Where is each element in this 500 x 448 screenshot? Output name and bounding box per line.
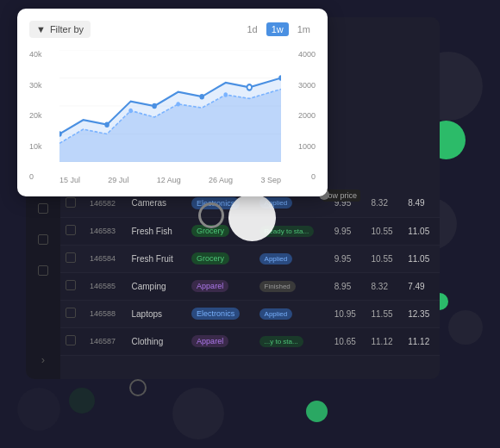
- row-price1: 8.95: [329, 272, 366, 300]
- row-price1: 9.95: [329, 217, 366, 245]
- deco-bubble-white: [228, 194, 276, 241]
- row-price2: 11.12: [366, 327, 403, 355]
- row-checkbox[interactable]: [60, 245, 84, 272]
- deco-bubble-11: [172, 388, 224, 439]
- row-category: Grocery: [186, 245, 253, 272]
- y-axis-right: 4000 3000 2000 1000 0: [281, 47, 316, 184]
- table-row: 146587 Clothing Apparel ...y to sta... 1…: [60, 327, 440, 355]
- y-right-0: 0: [281, 172, 316, 181]
- deco-bubble-green-3: [306, 401, 328, 422]
- row-name: Camping: [127, 272, 187, 300]
- x-label-4: 3 Sep: [260, 176, 281, 184]
- row-price1: 10.65: [329, 327, 366, 355]
- x-label-0: 15 Jul: [59, 176, 80, 184]
- row-status: Applied: [254, 300, 329, 327]
- chart-area: 40k 30k 20k 10k 0 4000 3000 2000 1000 0: [29, 47, 316, 184]
- deco-bubble-outline-3: [198, 202, 224, 228]
- row-price2: 11.55: [366, 300, 403, 327]
- y-right-1000: 1000: [281, 142, 316, 151]
- y-label-10k: 10k: [29, 142, 59, 151]
- row-category: Apparel: [186, 327, 253, 355]
- chart-card: ▼ Filter by 1d 1w 1m 40k 30k 20k 10k 0 4…: [17, 9, 328, 196]
- deco-bubble-9: [17, 388, 60, 431]
- filter-button[interactable]: ▼ Filter by: [29, 21, 91, 38]
- row-price2: 10.55: [366, 245, 403, 272]
- chart-header: ▼ Filter by 1d 1w 1m: [29, 21, 316, 38]
- y-label-0: 0: [29, 172, 59, 181]
- y-axis-left: 40k 30k 20k 10k 0: [29, 47, 59, 184]
- row-checkbox-5[interactable]: [34, 230, 53, 249]
- svg-point-13: [223, 92, 228, 96]
- filter-icon: ▼: [36, 24, 46, 34]
- row-id: 146588: [84, 300, 127, 327]
- row-price1: 10.95: [329, 300, 366, 327]
- row-status: Finished: [254, 272, 329, 300]
- row-id: 146583: [84, 217, 127, 245]
- row-low-price: 7.49: [403, 272, 440, 300]
- row-low-price: 11.12: [403, 327, 440, 355]
- x-label-2: 12 Aug: [157, 176, 181, 184]
- row-price2: 8.32: [366, 272, 403, 300]
- deco-bubble-outline-2: [129, 379, 147, 396]
- x-label-3: 26 Aug: [209, 176, 233, 184]
- row-price2: 10.55: [366, 217, 403, 245]
- row-checkbox[interactable]: [60, 300, 84, 327]
- y-right-3000: 3000: [281, 81, 316, 90]
- table-row: 146584 Fresh Fruit Grocery Applied 9.95 …: [60, 245, 440, 272]
- row-low-price: 11.05: [403, 245, 440, 272]
- row-checkbox-4[interactable]: [34, 199, 53, 218]
- y-label-40k: 40k: [29, 50, 59, 59]
- table-row: 146588 Laptops Electronics Applied 10.95…: [60, 300, 440, 327]
- row-name: Fresh Fruit: [127, 245, 187, 272]
- row-checkbox[interactable]: [60, 217, 84, 245]
- row-price1: 9.95: [329, 245, 366, 272]
- row-checkbox[interactable]: [60, 327, 84, 355]
- deco-bubble-7: [448, 310, 483, 345]
- deco-bubble-10: [69, 388, 95, 414]
- y-label-30k: 30k: [29, 81, 59, 90]
- svg-point-8: [199, 94, 204, 100]
- row-name: Fresh Fish: [127, 217, 187, 245]
- row-low-price: 12.35: [403, 300, 440, 327]
- row-low-price: 8.49: [403, 190, 440, 217]
- y-right-4000: 4000: [281, 50, 316, 59]
- row-status: ...y to sta...: [254, 327, 329, 355]
- row-id: 146587: [84, 327, 127, 355]
- row-id: 146585: [84, 272, 127, 300]
- tab-1d[interactable]: 1d: [241, 22, 262, 36]
- row-category: Electronics: [186, 300, 253, 327]
- y-right-2000: 2000: [281, 111, 316, 120]
- svg-point-9: [247, 84, 253, 90]
- row-name: Clothing: [127, 327, 187, 355]
- svg-point-12: [176, 102, 180, 106]
- row-low-price: 11.05: [403, 217, 440, 245]
- svg-point-7: [152, 103, 157, 109]
- svg-point-6: [104, 121, 109, 128]
- x-axis: 15 Jul 29 Jul 12 Aug 26 Aug 3 Sep: [59, 176, 281, 184]
- time-tabs: 1d 1w 1m: [241, 22, 316, 36]
- row-checkbox-6[interactable]: [34, 261, 53, 280]
- svg-point-11: [128, 109, 133, 113]
- table-row: 146585 Camping Apparel Finished 8.95 8.3…: [60, 272, 440, 300]
- row-name: Laptops: [127, 300, 187, 327]
- tab-1w[interactable]: 1w: [266, 22, 289, 36]
- row-status: Applied: [254, 245, 329, 272]
- row-id: 146584: [84, 245, 127, 272]
- filter-label: Filter by: [50, 24, 84, 34]
- row-checkbox[interactable]: [60, 272, 84, 300]
- arrow-right-icon[interactable]: ›: [34, 350, 53, 369]
- row-category: Apparel: [186, 272, 253, 300]
- y-label-20k: 20k: [29, 111, 59, 120]
- chart-svg: [59, 50, 281, 162]
- row-price2: 8.32: [366, 190, 403, 217]
- tab-1m[interactable]: 1m: [292, 22, 316, 36]
- x-label-1: 29 Jul: [108, 176, 128, 184]
